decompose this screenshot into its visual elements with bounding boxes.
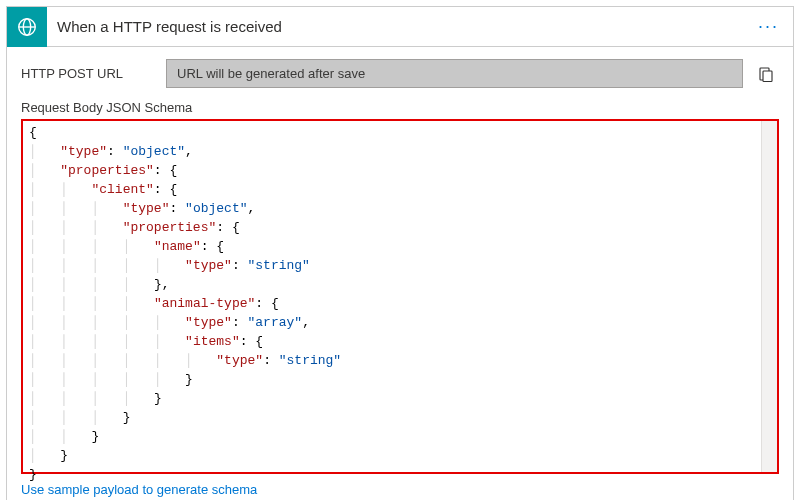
code-line: │ │ │ } — [29, 408, 771, 427]
code-line: │ │ │ │ │ "items": { — [29, 332, 771, 351]
code-line: │ } — [29, 446, 771, 465]
code-line: │ │ "client": { — [29, 180, 771, 199]
trigger-card: When a HTTP request is received ··· HTTP… — [6, 6, 794, 500]
code-line: │ │ │ │ }, — [29, 275, 771, 294]
svg-rect-3 — [763, 71, 772, 82]
card-header[interactable]: When a HTTP request is received ··· — [7, 7, 793, 47]
url-readonly-field: URL will be generated after save — [166, 59, 743, 88]
sample-payload-link[interactable]: Use sample payload to generate schema — [21, 482, 779, 497]
code-line: { — [29, 123, 771, 142]
code-line: │ │ } — [29, 427, 771, 446]
code-line: │ │ │ │ │ │ "type": "string" — [29, 351, 771, 370]
code-line: │ │ │ │ "animal-type": { — [29, 294, 771, 313]
card-title: When a HTTP request is received — [47, 18, 752, 35]
code-line: │ │ │ │ } — [29, 389, 771, 408]
schema-editor[interactable]: {│ "type": "object",│ "properties": {│ │… — [21, 119, 779, 474]
url-row: HTTP POST URL URL will be generated afte… — [7, 47, 793, 96]
code-line: │ │ │ "type": "object", — [29, 199, 771, 218]
card-menu-button[interactable]: ··· — [752, 16, 785, 37]
copy-url-button[interactable] — [753, 61, 779, 87]
http-request-icon — [7, 7, 47, 47]
code-line: │ │ │ │ │ "type": "array", — [29, 313, 771, 332]
url-label: HTTP POST URL — [21, 66, 156, 81]
code-line: } — [29, 465, 771, 484]
code-line: │ │ │ "properties": { — [29, 218, 771, 237]
scrollbar[interactable] — [761, 121, 777, 472]
code-line: │ │ │ │ "name": { — [29, 237, 771, 256]
code-line: │ "properties": { — [29, 161, 771, 180]
code-line: │ "type": "object", — [29, 142, 771, 161]
code-line: │ │ │ │ │ } — [29, 370, 771, 389]
copy-icon — [757, 65, 775, 83]
schema-label: Request Body JSON Schema — [7, 96, 793, 119]
code-line: │ │ │ │ │ "type": "string" — [29, 256, 771, 275]
